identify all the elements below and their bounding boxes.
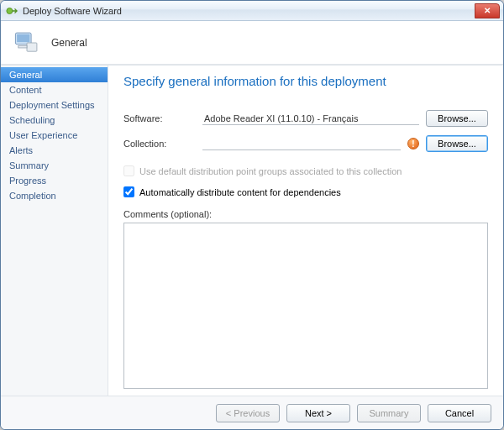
summary-button[interactable]: Summary [357, 404, 421, 422]
collection-label: Collection: [123, 139, 196, 149]
sidebar: General Content Deployment Settings Sche… [1, 66, 108, 396]
collection-row: Collection: ! Browse... [123, 135, 488, 152]
sidebar-item-general[interactable]: General [1, 67, 108, 82]
sidebar-item-progress[interactable]: Progress [1, 173, 108, 188]
comments-textarea[interactable] [123, 223, 488, 389]
use-default-label: Use default distribution point groups as… [139, 166, 402, 176]
use-default-row: Use default distribution point groups as… [123, 165, 488, 176]
sidebar-item-alerts[interactable]: Alerts [1, 143, 108, 158]
collection-field[interactable] [202, 138, 401, 150]
header-label: General [51, 37, 87, 49]
use-default-checkbox [123, 165, 134, 176]
svg-point-0 [7, 8, 13, 13]
next-button[interactable]: Next > [286, 404, 350, 422]
software-field[interactable] [202, 113, 419, 125]
warning-icon: ! [407, 138, 419, 149]
svg-rect-3 [27, 43, 37, 51]
page-title: Specify general information for this dep… [123, 74, 488, 88]
sidebar-item-user-experience[interactable]: User Experience [1, 128, 108, 143]
svg-rect-4 [18, 45, 27, 48]
previous-button[interactable]: < Previous [216, 404, 280, 422]
software-browse-button[interactable]: Browse... [426, 110, 488, 127]
close-button[interactable]: ✕ [475, 3, 500, 18]
wizard-body: General Content Deployment Settings Sche… [1, 65, 503, 396]
software-label: Software: [123, 113, 196, 123]
auto-distribute-label: Automatically distribute content for dep… [139, 187, 341, 197]
wizard-window: Deploy Software Wizard ✕ General General… [0, 0, 504, 430]
svg-rect-2 [17, 34, 29, 41]
footer: < Previous Next > Summary Cancel [1, 396, 503, 429]
auto-distribute-checkbox[interactable] [123, 186, 134, 197]
sidebar-item-completion[interactable]: Completion [1, 188, 108, 203]
collection-browse-button[interactable]: Browse... [426, 135, 488, 152]
sidebar-item-scheduling[interactable]: Scheduling [1, 113, 108, 128]
window-title: Deploy Software Wizard [23, 6, 122, 16]
sidebar-item-summary[interactable]: Summary [1, 158, 108, 173]
wizard-header: General [1, 21, 503, 65]
cancel-button[interactable]: Cancel [428, 404, 491, 422]
computer-icon [13, 29, 41, 57]
auto-distribute-row: Automatically distribute content for dep… [123, 186, 488, 197]
window-buttons: ✕ [475, 3, 500, 18]
titlebar: Deploy Software Wizard ✕ [1, 1, 503, 21]
sidebar-item-content[interactable]: Content [1, 82, 108, 97]
comments-label: Comments (optional): [123, 209, 488, 219]
sidebar-item-deployment-settings[interactable]: Deployment Settings [1, 97, 108, 113]
app-icon [6, 5, 18, 17]
software-row: Software: Browse... [123, 110, 488, 127]
content-pane: Specify general information for this dep… [108, 66, 503, 396]
